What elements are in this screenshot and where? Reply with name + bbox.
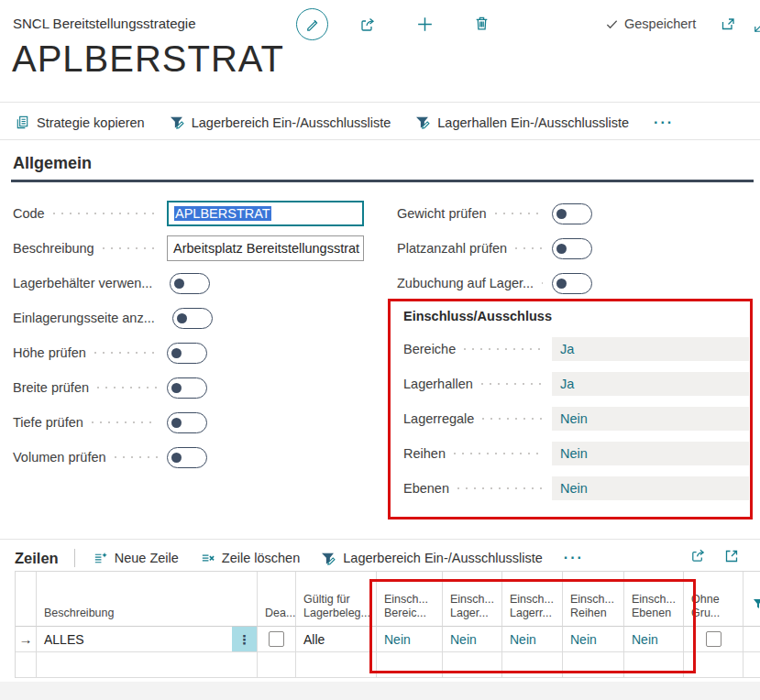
field-label: Ebenen <box>403 481 449 496</box>
breite-toggle[interactable] <box>167 377 207 399</box>
toggle-knob <box>171 383 182 393</box>
field-reihen: Reihen Nein <box>403 441 749 466</box>
cell-text: Alle <box>303 632 325 647</box>
lagerregale-value[interactable]: Nein <box>552 407 749 431</box>
new-button[interactable] <box>415 15 435 37</box>
column-header-dea[interactable]: Dea... <box>258 572 296 627</box>
dea-checkbox[interactable] <box>269 631 284 647</box>
row-menu-button[interactable]: ⋮ <box>232 627 257 651</box>
empty-cell[interactable] <box>37 652 258 678</box>
field-ebenen: Ebenen Nein <box>403 476 749 501</box>
dotted-leader <box>495 213 543 214</box>
action-label: Lagerbereich Ein-/Ausschlussliste <box>192 115 391 130</box>
lines-share-button[interactable] <box>689 547 707 567</box>
lagerhallen-list-button[interactable]: Lagerhallen Ein-/Ausschlussliste <box>415 115 629 130</box>
column-header-einsch-reihen[interactable]: Einsch... Reihen <box>563 572 624 627</box>
field-code: Code APLBERSTRAT <box>13 201 364 226</box>
empty-cell[interactable] <box>443 652 502 678</box>
open-in-new-window-button[interactable] <box>720 16 737 36</box>
lines-expand-button[interactable] <box>723 548 740 567</box>
empty-cell[interactable] <box>624 652 684 678</box>
cell-beschreibung[interactable]: ALLES ⋮ <box>37 627 258 652</box>
share-button[interactable] <box>358 16 377 37</box>
beschreibung-input[interactable]: Arbeitsplatz Bereitstellungsstrat <box>167 235 364 261</box>
more-actions-button[interactable]: ··· <box>654 118 674 127</box>
field-label: Volumen prüfen <box>13 450 106 465</box>
new-line-button[interactable]: Neue Zeile <box>93 551 179 566</box>
platzanzahl-toggle[interactable] <box>552 238 592 259</box>
lines-more-button[interactable]: ··· <box>564 553 584 563</box>
column-header-einsch-lagerregale[interactable]: Einsch... Lagerr... <box>502 572 563 627</box>
cell-einsch-lagerregale[interactable]: Nein <box>502 627 563 652</box>
toggle-knob <box>556 244 567 254</box>
reihen-value[interactable]: Nein <box>552 442 749 465</box>
delete-button[interactable] <box>473 15 490 35</box>
einlagerungsseite-toggle[interactable] <box>172 308 213 329</box>
edit-mode-button[interactable] <box>296 8 328 40</box>
zubuchung-toggle[interactable] <box>552 273 592 294</box>
column-header-gueltig[interactable]: Gültig für Lagerbeleg... <box>296 572 377 627</box>
cell-einsch-reihen[interactable]: Nein <box>563 627 624 652</box>
lagerbereich-list-button[interactable]: Lagerbereich Ein-/Ausschlussliste <box>170 115 391 130</box>
hoehe-toggle[interactable] <box>167 343 207 364</box>
column-header-clipped[interactable] <box>743 572 760 627</box>
dotted-leader <box>482 418 543 420</box>
column-header-label: Einsch... <box>384 593 440 607</box>
toggle-knob <box>171 418 182 428</box>
column-header-beschreibung[interactable]: Beschreibung <box>37 572 258 627</box>
empty-cell[interactable] <box>563 652 624 678</box>
bereiche-value[interactable]: Ja <box>552 337 749 361</box>
empty-cell[interactable] <box>377 652 443 678</box>
collapse-button[interactable] <box>752 21 760 38</box>
empty-cell[interactable] <box>743 652 760 678</box>
empty-cell[interactable] <box>296 652 377 678</box>
lagerbehaelter-toggle[interactable] <box>170 273 210 294</box>
action-label: Neue Zeile <box>115 551 179 565</box>
cell-einsch-bereiche[interactable]: Nein <box>377 627 443 652</box>
field-label: Gewicht prüfen <box>397 206 487 221</box>
gewicht-toggle[interactable] <box>552 203 592 224</box>
copy-strategy-button[interactable]: Strategie kopieren <box>15 115 145 130</box>
tiefe-toggle[interactable] <box>167 412 207 433</box>
column-header-ohne[interactable]: Ohne Gru... <box>684 572 743 627</box>
empty-cell[interactable] <box>502 652 563 678</box>
vertical-divider <box>74 549 75 567</box>
empty-cell[interactable] <box>684 652 743 678</box>
cell-ohne <box>684 627 743 652</box>
field-label: Lagerbehälter verwen... <box>13 276 152 290</box>
column-header-einsch-bereiche[interactable]: Einsch... Bereic... <box>377 572 443 627</box>
delete-line-button[interactable]: Zeile löschen <box>200 551 300 566</box>
general-left-column: Code APLBERSTRAT Beschreibung Arbeitspla… <box>13 201 364 476</box>
code-input[interactable]: APLBERSTRAT <box>167 201 364 226</box>
page-title: APLBERSTRAT <box>12 38 284 80</box>
current-row-arrow-icon: → <box>19 631 33 647</box>
column-header-einsch-lagerhallen[interactable]: Einsch... Lager... <box>443 572 502 627</box>
collapse-arrow-icon <box>752 21 760 35</box>
edit-filter-icon <box>170 115 185 130</box>
empty-cell[interactable] <box>258 652 296 678</box>
cell-text: Nein <box>632 632 658 647</box>
filter-funnel-icon <box>753 598 760 609</box>
empty-cell[interactable] <box>16 652 37 678</box>
column-header-selector <box>16 572 37 627</box>
ebenen-value[interactable]: Nein <box>552 476 749 500</box>
field-platzanzahl: Platzanzahl prüfen <box>397 235 749 261</box>
lagerbereich-list-line-button[interactable]: Lagerbereich Ein-/Ausschlussliste <box>321 551 543 566</box>
lines-bar: Zeilen Neue Zeile Zei <box>0 545 760 571</box>
group-heading-einschluss: Einschluss/Ausschluss <box>403 309 552 323</box>
volumen-toggle[interactable] <box>167 447 207 468</box>
field-label: Einlagerungsseite anz... <box>13 311 155 325</box>
lagerhallen-value[interactable]: Ja <box>552 372 749 396</box>
field-hoehe: Höhe prüfen <box>13 340 364 366</box>
ohne-checkbox[interactable] <box>706 631 721 647</box>
cell-einsch-ebenen[interactable]: Nein <box>624 627 684 652</box>
column-header-label: Beschreibung <box>44 607 255 621</box>
section-heading-allgemein[interactable]: Allgemein <box>13 154 92 173</box>
row-selector-cell[interactable]: → <box>16 627 37 652</box>
field-label: Reihen <box>403 446 446 461</box>
cell-gueltig[interactable]: Alle <box>296 627 377 652</box>
column-header-einsch-ebenen[interactable]: Einsch... Ebenen <box>624 572 684 627</box>
field-label: Lagerhallen <box>403 377 473 391</box>
toggle-knob <box>171 453 182 463</box>
cell-einsch-lagerhallen[interactable]: Nein <box>443 627 502 652</box>
